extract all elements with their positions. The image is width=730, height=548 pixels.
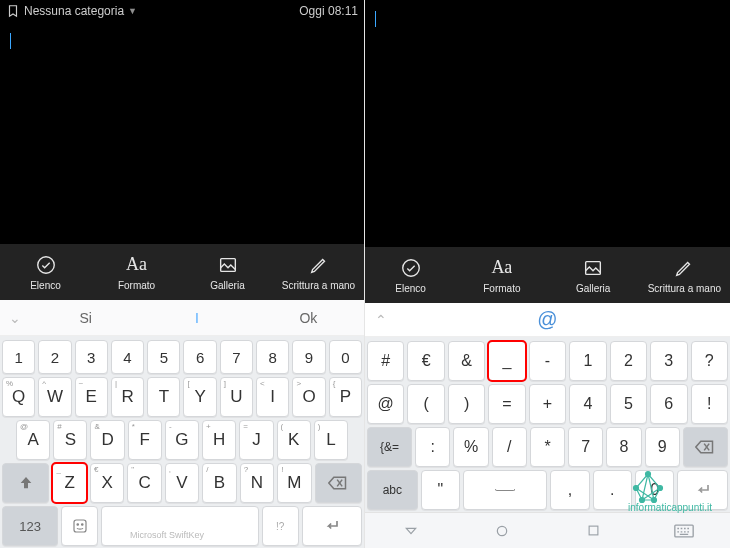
key-w[interactable]: ^W [38,377,71,417]
tool-formato[interactable]: Aa Formato [91,244,182,300]
nav-keyboard[interactable] [673,520,695,542]
tool-formato[interactable]: Aa Formato [456,247,547,303]
key-0[interactable]: 0 [329,340,362,374]
abc-mode-key[interactable]: abc [367,470,418,510]
key-x[interactable]: €X [90,463,124,503]
key-=[interactable]: = [488,384,525,424]
key-6[interactable]: 6 [650,384,687,424]
key-a[interactable]: @A [16,420,50,460]
key-@[interactable]: @ [367,384,404,424]
key-y[interactable]: [Y [183,377,216,417]
key-4[interactable]: 4 [569,384,606,424]
key-"[interactable]: " [421,470,460,510]
key-l[interactable]: )L [314,420,348,460]
suggestion-left[interactable]: Si [30,310,141,326]
key-u[interactable]: ]U [220,377,253,417]
key-.[interactable]: . [593,470,632,510]
key-q[interactable]: %Q [2,377,35,417]
shift-key[interactable] [2,463,49,503]
key-7[interactable]: 7 [568,427,603,467]
key-d[interactable]: &D [90,420,124,460]
key-![interactable]: ! [691,384,728,424]
key-p[interactable]: {P [329,377,362,417]
key-)[interactable]: ) [448,384,485,424]
image-icon [582,257,604,279]
note-editor[interactable] [365,0,730,247]
key-j[interactable]: =J [239,420,273,460]
key-z[interactable]: _Z [52,463,86,503]
nav-recent[interactable] [582,520,604,542]
tool-elenco[interactable]: Elenco [365,247,456,303]
space-key[interactable] [101,506,258,546]
mode-123-key[interactable]: 123 [2,506,58,546]
key-3[interactable]: 3 [650,341,687,381]
nav-back[interactable] [400,520,422,542]
key-i[interactable]: <I [256,377,289,417]
key-v[interactable]: ,V [165,463,199,503]
key--[interactable]: - [529,341,566,381]
key-h[interactable]: +H [202,420,236,460]
tool-galleria[interactable]: Galleria [548,247,639,303]
key-9[interactable]: 9 [645,427,680,467]
backspace-key[interactable] [315,463,362,503]
tool-scrittura[interactable]: Scrittura a mano [639,247,730,303]
key-1[interactable]: 1 [569,341,606,381]
key-5[interactable]: 5 [610,384,647,424]
key-5[interactable]: 5 [147,340,180,374]
key-r[interactable]: |R [111,377,144,417]
key-m[interactable]: !M [277,463,311,503]
key-:[interactable]: : [415,427,450,467]
key-€[interactable]: € [407,341,444,381]
tool-scrittura[interactable]: Scrittura a mano [273,244,364,300]
enter-icon [322,516,342,536]
key-e[interactable]: ~E [75,377,108,417]
key-1[interactable]: 1 [2,340,35,374]
key-2[interactable]: 2 [610,341,647,381]
key-c[interactable]: "C [127,463,161,503]
settings-hint-key[interactable]: !? [262,506,299,546]
key-8[interactable]: 8 [606,427,641,467]
tool-galleria[interactable]: Galleria [182,244,273,300]
key-7[interactable]: 7 [220,340,253,374]
key-+[interactable]: + [529,384,566,424]
note-editor[interactable] [0,22,364,244]
category-selector[interactable]: Nessuna categoria ▼ [6,4,137,18]
key-([interactable]: ( [407,384,444,424]
backspace-key[interactable] [683,427,728,467]
key-k[interactable]: (K [277,420,311,460]
key-t[interactable]: T [147,377,180,417]
key-b[interactable]: /B [202,463,236,503]
key-6[interactable]: 6 [183,340,216,374]
chevron-collapse-icon[interactable]: ⌃ [375,312,387,328]
svg-point-0 [37,256,54,273]
chevron-down-icon[interactable]: ⌄ [0,310,30,326]
key-?[interactable]: ? [691,341,728,381]
key-#[interactable]: # [367,341,404,381]
key-2[interactable]: 2 [38,340,71,374]
nav-home[interactable] [491,520,513,542]
svg-rect-2 [74,520,86,532]
suggestion-right[interactable]: Ok [253,310,364,326]
tool-elenco[interactable]: Elenco [0,244,91,300]
space-key[interactable] [463,470,547,510]
emoji-key[interactable] [61,506,98,546]
key-s[interactable]: #S [53,420,87,460]
key-n[interactable]: ?N [240,463,274,503]
enter-key[interactable] [302,506,362,546]
key-&[interactable]: & [448,341,485,381]
suggestion-center[interactable]: I [141,310,252,326]
key-3[interactable]: 3 [75,340,108,374]
key-g[interactable]: -G [165,420,199,460]
key-9[interactable]: 9 [292,340,325,374]
key-_[interactable]: _ [488,341,525,381]
key-*[interactable]: * [530,427,565,467]
key-o[interactable]: >O [292,377,325,417]
key-/[interactable]: / [492,427,527,467]
more-symbols-key[interactable]: {&= [367,427,412,467]
key-,[interactable]: , [550,470,589,510]
key-f[interactable]: *F [128,420,162,460]
key-4[interactable]: 4 [111,340,144,374]
key-8[interactable]: 8 [256,340,289,374]
category-label: Nessuna categoria [24,4,124,18]
key-%[interactable]: % [453,427,488,467]
